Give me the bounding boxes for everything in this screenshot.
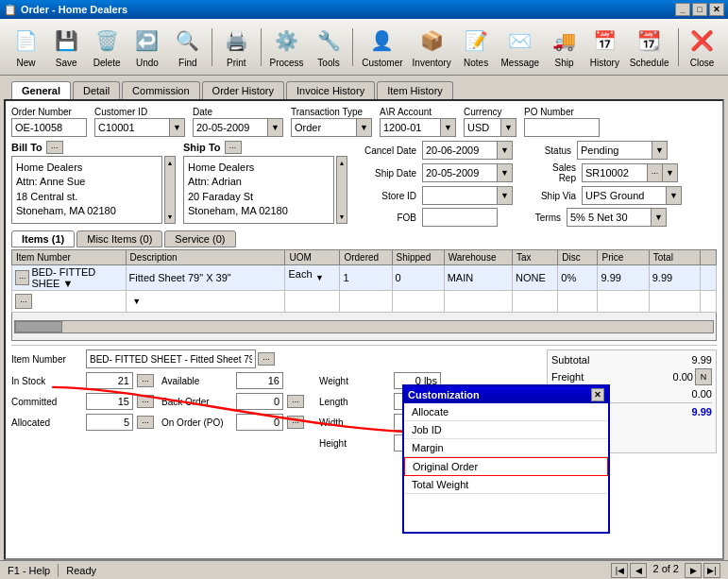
save-icon: 💾 (51, 26, 81, 56)
ship-via-input[interactable] (582, 186, 667, 205)
transaction-type-input[interactable] (291, 118, 357, 137)
on-order-input[interactable] (236, 414, 283, 431)
terms-dropdown[interactable]: ▼ (652, 208, 667, 227)
tools-button[interactable]: 🔧 Tools (311, 23, 347, 72)
minimize-button[interactable]: _ (675, 3, 690, 16)
maximize-button[interactable]: □ (692, 3, 707, 16)
cell-uom[interactable]: Each ▼ (285, 265, 340, 291)
tab-order-history[interactable]: Order History (202, 81, 284, 99)
message-button[interactable]: ✉️ Message (499, 23, 543, 72)
item-ellipsis-btn[interactable]: ··· (15, 270, 29, 285)
ship-to-button[interactable]: ··· (225, 141, 242, 154)
store-id-dropdown[interactable]: ▼ (498, 186, 513, 205)
currency-input[interactable] (464, 118, 501, 137)
empty-item-btn[interactable]: ··· (15, 294, 32, 309)
bill-to-button[interactable]: ··· (46, 141, 63, 154)
back-order-input[interactable] (236, 393, 283, 410)
in-stock-input[interactable] (86, 372, 133, 389)
delete-button[interactable]: 🗑️ Delete (89, 23, 126, 72)
print-button[interactable]: 🖨️ Print (218, 23, 255, 72)
ar-account-dropdown[interactable]: ▼ (441, 118, 456, 137)
notes-button[interactable]: 📝 Notes (458, 23, 495, 72)
popup-item-original-order[interactable]: Original Order (404, 457, 608, 476)
back-order-btn[interactable]: ··· (287, 395, 304, 408)
bill-scroll-down[interactable]: ▼ (165, 212, 175, 223)
ship-scroll-down[interactable]: ▼ (337, 212, 347, 223)
cell-ordered[interactable]: 1 (340, 265, 392, 291)
sales-rep-dropdown[interactable]: ▼ (663, 163, 678, 182)
tab-general[interactable]: General (11, 81, 71, 99)
table-row[interactable]: ··· BED- FITTED SHEE ▼ Fitted Sheet 79" … (12, 265, 717, 291)
cancel-date-dropdown[interactable]: ▼ (498, 141, 513, 160)
status-input[interactable] (577, 141, 652, 160)
find-button[interactable]: 🔍 Find (169, 23, 206, 72)
cell-empty-item[interactable]: ··· (12, 291, 127, 313)
transaction-type-dropdown[interactable]: ▼ (357, 118, 372, 137)
popup-close-button[interactable]: ✕ (591, 388, 604, 401)
fob-input[interactable] (422, 208, 498, 227)
close-window-button[interactable]: ✕ (709, 3, 724, 16)
ship-date-dropdown[interactable]: ▼ (498, 163, 513, 182)
status-dropdown[interactable]: ▼ (652, 141, 668, 160)
tab-invoice-history[interactable]: Invoice History (286, 81, 375, 99)
horizontal-scrollbar[interactable] (14, 320, 714, 333)
process-button[interactable]: ⚙️ Process (267, 23, 307, 72)
tab-items[interactable]: Items (1) (11, 230, 75, 247)
undo-button[interactable]: ↩️ Undo (129, 23, 166, 72)
sales-rep-ellipsis[interactable]: ··· (648, 163, 663, 182)
allocated-input[interactable] (86, 414, 133, 431)
popup-item-margin[interactable]: Margin (404, 439, 608, 457)
tab-service[interactable]: Service (0) (164, 230, 235, 247)
terms-input[interactable] (567, 208, 652, 227)
empty-desc-dropdown[interactable]: ▼ (129, 292, 144, 311)
uom-dropdown[interactable]: ▼ (313, 268, 328, 287)
ship-via-dropdown[interactable]: ▼ (667, 186, 682, 205)
on-order-btn[interactable]: ··· (287, 416, 304, 429)
tab-item-history[interactable]: Item History (377, 81, 453, 99)
ship-button[interactable]: 🚚 Ship (546, 23, 583, 72)
close-button[interactable]: ❌ Close (684, 23, 720, 72)
popup-item-total-weight[interactable]: Total Weight (404, 476, 608, 494)
table-row-empty[interactable]: ··· ▼ (12, 291, 717, 313)
next-page-button[interactable]: ▶ (685, 563, 702, 578)
ship-date-input[interactable] (422, 163, 498, 182)
tab-commission[interactable]: Commission (122, 81, 200, 99)
prev-page-button[interactable]: ◀ (630, 563, 647, 578)
date-input[interactable] (193, 118, 268, 137)
popup-item-allocate[interactable]: Allocate (404, 403, 608, 421)
new-button[interactable]: 📄 New (8, 23, 44, 72)
schedule-button[interactable]: 📆 Schedule (627, 23, 672, 72)
customer-id-dropdown[interactable]: ▼ (170, 118, 185, 137)
history-button[interactable]: 📅 History (586, 23, 623, 72)
available-input[interactable] (236, 372, 283, 389)
allocated-btn[interactable]: ··· (137, 416, 154, 429)
cancel-date-input[interactable] (422, 141, 498, 160)
customer-button[interactable]: 👤 Customer (359, 23, 405, 72)
date-dropdown[interactable]: ▼ (268, 118, 283, 137)
item-number-bottom-btn[interactable]: ··· (258, 352, 275, 366)
popup-empty-area (404, 494, 608, 532)
currency-dropdown[interactable]: ▼ (501, 118, 516, 137)
committed-btn[interactable]: ··· (137, 395, 154, 408)
item-number-bottom-input[interactable] (86, 349, 256, 368)
last-page-button[interactable]: ▶| (703, 563, 720, 578)
po-number-input[interactable] (524, 118, 600, 137)
ar-account-input[interactable] (380, 118, 441, 137)
in-stock-btn[interactable]: ··· (137, 374, 154, 387)
tab-detail[interactable]: Detail (73, 81, 120, 99)
committed-input[interactable] (86, 393, 133, 410)
freight-n-btn[interactable]: N (695, 368, 712, 385)
tab-misc-items[interactable]: Misc Items (0) (76, 230, 162, 247)
ship-scroll-up[interactable]: ▲ (337, 157, 347, 168)
help-text: F1 - Help (8, 565, 50, 576)
sales-rep-input[interactable] (582, 163, 648, 182)
customer-id-input[interactable] (94, 118, 170, 137)
first-page-button[interactable]: |◀ (611, 563, 628, 578)
inventory-button[interactable]: 📦 Inventory (410, 23, 454, 72)
cell-item-number[interactable]: ··· BED- FITTED SHEE ▼ (12, 265, 127, 291)
save-button[interactable]: 💾 Save (48, 23, 85, 72)
order-number-input[interactable] (11, 118, 87, 137)
popup-item-job-id[interactable]: Job ID (404, 421, 608, 439)
store-id-input[interactable] (422, 186, 498, 205)
bill-scroll-up[interactable]: ▲ (165, 157, 175, 168)
